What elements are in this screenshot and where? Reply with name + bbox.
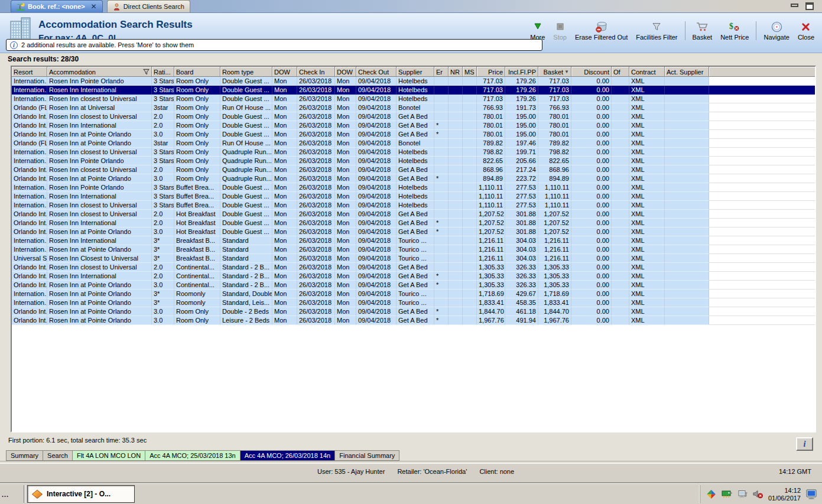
table-row[interactable]: Orlando Int...Rosen Inn closest to Unive… [12,112,815,121]
table-row[interactable]: Orlando (FL)Rosen Inn at Universal3starR… [12,103,815,112]
cell-room-type: Double Guest ... [220,192,272,201]
row-tail [709,263,815,272]
column-header-discount[interactable]: Discount [571,67,612,77]
column-header-er[interactable]: Er [434,67,449,77]
column-header-resort[interactable]: Resort [12,67,47,77]
page-title: Accommodation Search Results [38,19,193,31]
table-row[interactable]: Orlando Int...Rosen Inn International2.0… [12,219,815,227]
column-header-room-type[interactable]: Room type [220,67,272,77]
tab-direct-clients-search[interactable]: Direct Clients Search [107,0,190,12]
cell-dow: Mon [335,103,356,112]
bottom-tab-financial-summary[interactable]: Financial Summary [335,450,399,461]
close-button[interactable]: Close [794,20,818,41]
column-header-of[interactable]: Of [612,67,629,77]
cell-check-out: 09/04/2018 [356,316,397,325]
table-row[interactable]: Orlando Int...Rosen Inn International2.0… [12,121,815,130]
table-row[interactable]: Internation...Rosen Inn Pointe Orlando3 … [12,77,815,86]
table-row[interactable]: Universal St...Rosen Inn Closest to Univ… [12,254,815,263]
table-row[interactable]: Orlando Int...Rosen Inn at Pointe Orland… [12,174,815,183]
column-header-basket[interactable]: Basket▼ [538,67,571,77]
cell-incl-fl-pp: 304.03 [505,245,538,254]
cell-er [434,183,449,192]
table-row[interactable]: Orlando Int...Rosen Inn at Pointe Orland… [12,281,815,290]
table-row[interactable]: Internation...Rosen Inn International3 S… [12,86,815,95]
cell-accommodation: Rosen Inn at Pointe Orlando [47,316,152,325]
table-row[interactable]: Orlando Int...Rosen Inn at Pointe Orland… [12,227,815,236]
volume-muted-icon[interactable] [753,490,763,499]
cell-act-supplier [665,316,709,325]
column-header-check-in[interactable]: Check In [297,67,335,77]
cell-accommodation: Rosen Inn Closest to Universal [47,254,152,263]
table-row[interactable]: Orlando Int...Rosen Inn International2.0… [12,272,815,281]
bottom-tab-search[interactable]: Search [43,450,73,461]
nett-price-button[interactable]: $Nett Price [716,20,753,41]
cell-of [612,210,629,219]
antivirus-icon[interactable] [706,489,716,499]
table-row[interactable]: Internation...Rosen Inn closest to Unive… [12,148,815,157]
column-header-act-supplier[interactable]: Act. Supplier [665,67,709,77]
column-header-accommodation[interactable]: Accommodation [47,67,152,77]
table-row[interactable]: Orlando Int...Rosen Inn at Pointe Orland… [12,130,815,139]
table-row[interactable]: Internation...Rosen Inn Pointe Orlando3 … [12,157,815,165]
tab-close-icon[interactable]: ✕ [91,2,97,11]
table-row[interactable]: Internation...Rosen Inn at Pointe Orland… [12,290,815,298]
column-header-dow[interactable]: DOW [335,67,356,77]
cell-dow: Mon [272,77,297,86]
cell-nr [449,263,463,272]
bottom-tab-summary[interactable]: Summary [6,450,43,461]
network-card-icon[interactable] [722,490,732,499]
stop-button[interactable]: Stop [549,20,571,41]
table-row[interactable]: Internation...Rosen Inn at Pointe Orland… [12,245,815,254]
filter-icon[interactable] [143,69,150,75]
column-header-board[interactable]: Board [174,67,220,77]
cell-er [434,157,449,165]
column-header-contract[interactable]: Contract [629,67,665,77]
column-header-dow[interactable]: DOW [272,67,297,77]
table-row[interactable]: Internation...Rosen Inn International3*B… [12,236,815,245]
more-button[interactable]: More [526,20,549,41]
table-row[interactable]: Internation...Rosen Inn closest to Unive… [12,201,815,210]
cell-check-out: 09/04/2018 [356,86,397,95]
bottom-tab-flt-4a-lon-mco-lon[interactable]: Flt 4A LON MCO LON [73,450,145,461]
table-row[interactable]: Orlando (FL)Rosen Inn at Pointe Orlando3… [12,139,815,148]
display-monitor-icon[interactable] [806,489,817,499]
table-row[interactable]: Orlando Int...Rosen Inn at Pointe Orland… [12,307,815,316]
column-header-check-out[interactable]: Check Out [356,67,397,77]
basket-button[interactable]: Basket [688,20,717,41]
cell-dow: Mon [272,157,297,165]
column-header-supplier[interactable]: Supplier [397,67,434,77]
table-row[interactable]: Orlando Int...Rosen Inn closest to Unive… [12,263,815,272]
column-header-ms[interactable]: MS [463,67,477,77]
table-row[interactable]: Internation...Rosen Inn at Pointe Orland… [12,298,815,307]
navigate-button[interactable]: Navigate [759,20,793,41]
minimize-button[interactable] [791,4,798,7]
cell-er [434,165,449,174]
column-header-price[interactable]: Price [477,67,505,77]
column-header-rati[interactable]: Rati... [152,67,174,77]
quicklaunch-overflow[interactable]: ... [2,491,9,498]
maximize-button[interactable] [805,2,814,10]
facilities-filter-button[interactable]: Facilities Filter [632,20,681,41]
table-row[interactable]: Internation...Rosen Inn Pointe Orlando3 … [12,183,815,192]
cell-nr [449,165,463,174]
taskbar-app-button[interactable]: Interactive [2] - O... [27,485,135,503]
info-button[interactable]: i [796,437,813,451]
network-connection-icon[interactable] [737,490,748,499]
cell-nr [449,254,463,263]
tab-booking-ref[interactable]: Book. ref.: <none> ✕ [11,0,103,12]
table-row[interactable]: Orlando Int...Rosen Inn closest to Unive… [12,165,815,174]
column-header-label: Act. Supplier [667,69,703,76]
palm-tree-icon [17,2,25,11]
cell-rati: 3* [152,236,174,245]
column-header-incl-fl-pp[interactable]: Incl.Fl.PP [505,67,538,77]
table-row[interactable]: Orlando Int...Rosen Inn at Pointe Orland… [12,316,815,325]
table-row[interactable]: Internation...Rosen Inn International3 S… [12,192,815,201]
cell-contract: XML [629,112,665,121]
table-row[interactable]: Internation...Rosen Inn closest to Unive… [12,95,815,103]
bottom-tab-acc-4a-mco-25-03-2018-13n[interactable]: Acc 4A MCO; 25/03/2018 13n [145,450,241,461]
column-header-nr[interactable]: NR [449,67,463,77]
table-row[interactable]: Orlando Int...Rosen Inn closest to Unive… [12,210,815,219]
erase-filtered-out-button[interactable]: Erase Filtered Out [571,20,632,41]
cell-supplier: Hotelbeds [397,86,434,95]
bottom-tab-acc-4a-mco-26-03-2018-14n[interactable]: Acc 4A MCO; 26/03/2018 14n [241,450,336,461]
